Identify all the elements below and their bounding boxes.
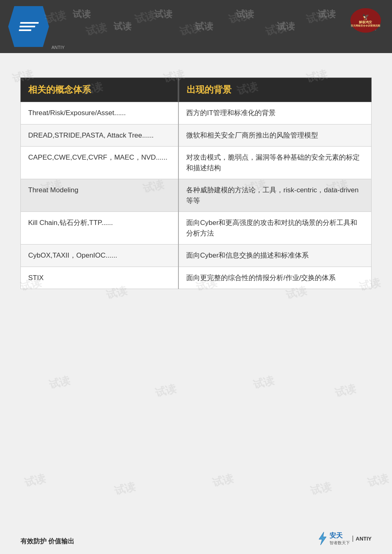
table-row: CAPEC,CWE,CVE,CVRF，MAEC，NVD......对攻击模式，脆… — [21, 147, 372, 179]
table-row: Threat/Risk/Exposure/Asset......西方的IT管理和… — [21, 102, 372, 125]
logo-box — [8, 6, 49, 47]
footer-lightning-icon — [316, 531, 329, 546]
concept-cell: CybOX,TAXII，OpenIOC...... — [21, 245, 179, 267]
main-content: 相关的概念体系 出现的背景 Threat/Risk/Exposure/Asset… — [0, 53, 392, 301]
svg-marker-0 — [319, 532, 326, 545]
background-cell: 对攻击模式，脆弱点，漏洞等各种基础的安全元素的标定和描述结构 — [178, 147, 371, 179]
background-cell: 面向更完整的综合性的情报分析/作业/交换的体系 — [178, 267, 371, 289]
footer: 有效防护 价值输出 安天 智者数天下 ANTIY — [0, 531, 392, 546]
concept-cell: Kill Chain,钻石分析,TTP...... — [21, 212, 179, 245]
footer-logo-text: 安天 — [330, 532, 350, 540]
footer-logo: 安天 智者数天下 ANTIY — [316, 531, 372, 546]
col2-header: 出现的背景 — [178, 78, 371, 102]
concept-cell: Threat Modeling — [21, 179, 179, 212]
footer-brand: ANTIY — [356, 536, 372, 542]
background-cell: 西方的IT管理和标准化的背景 — [178, 102, 371, 125]
background-cell: 面向Cyber和信息交换的描述和标准体系 — [178, 245, 371, 267]
concept-cell: DREAD,STRIDE,PASTA, Attack Tree...... — [21, 124, 179, 147]
background-cell: 面向Cyber和更高强度的攻击和对抗的场景的分析工具和分析方法 — [178, 212, 371, 245]
brand-badge: 🦅 解极鸿安 安天网络安全令训营第四期 — [347, 4, 384, 37]
concept-cell: CAPEC,CWE,CVE,CVRF，MAEC，NVD...... — [21, 147, 179, 179]
concept-table: 相关的概念体系 出现的背景 Threat/Risk/Exposure/Asset… — [20, 78, 372, 289]
logo-label: ANTIY — [51, 45, 65, 53]
logo-icon — [19, 22, 39, 31]
col1-header: 相关的概念体系 — [21, 78, 179, 102]
table-row: DREAD,STRIDE,PASTA, Attack Tree......微软和… — [21, 124, 372, 147]
table-row: STIX面向更完整的综合性的情报分析/作业/交换的体系 — [21, 267, 372, 289]
concept-cell: Threat/Risk/Exposure/Asset...... — [21, 102, 179, 125]
footer-slogan: 有效防护 价值输出 — [20, 537, 74, 546]
background-cell: 微软和相关安全厂商所推出的风险管理模型 — [178, 124, 371, 147]
table-row: CybOX,TAXII，OpenIOC......面向Cyber和信息交换的描述… — [21, 245, 372, 267]
table-row: Threat Modeling各种威胁建模的方法论，工具，risk-centri… — [21, 179, 372, 212]
brand-seal: 🦅 解极鸿安 安天网络安全令训营第四期 — [350, 8, 381, 33]
table-header-row: 相关的概念体系 出现的背景 — [21, 78, 372, 102]
header-watermark-area: 试读试读试读试读试读试读试读试读 — [65, 0, 392, 53]
concept-cell: STIX — [21, 267, 179, 289]
table-row: Kill Chain,钻石分析,TTP......面向Cyber和更高强度的攻击… — [21, 212, 372, 245]
footer-logo-sub: 智者数天下 — [330, 540, 350, 546]
background-cell: 各种威胁建模的方法论，工具，risk-centric，data-driven等等 — [178, 179, 371, 212]
brand-seal-text: 🦅 解极鸿安 安天网络安全令训营第四期 — [351, 13, 380, 27]
header: ANTIY 试读试读试读试读试读试读试读试读 🦅 解极鸿安 安天网络安全令训营第… — [0, 0, 392, 53]
